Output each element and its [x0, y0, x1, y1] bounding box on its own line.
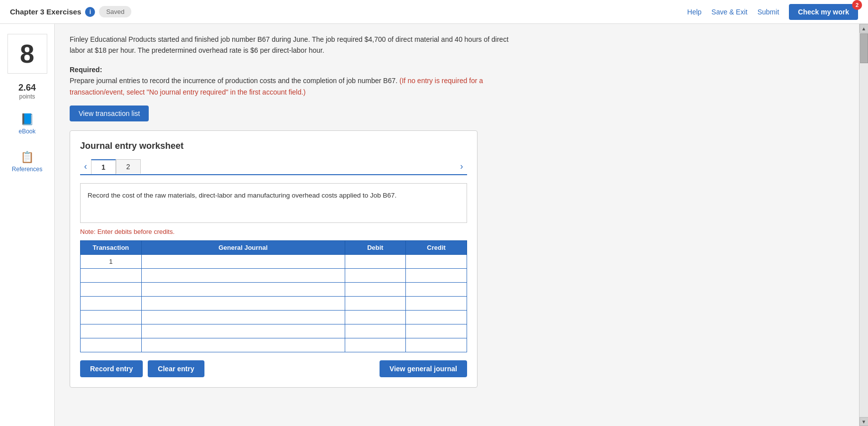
debit-cell[interactable]	[345, 338, 406, 352]
note-text: Note: Enter debits before credits.	[80, 228, 467, 235]
debit-cell[interactable]	[345, 310, 406, 324]
transaction-cell	[81, 338, 142, 352]
clear-entry-button[interactable]: Clear entry	[148, 360, 204, 377]
journal-cell[interactable]	[141, 324, 345, 338]
instruction-box: Record the cost of the raw materials, di…	[80, 183, 467, 223]
credit-input[interactable]	[406, 255, 467, 268]
save-exit-link[interactable]: Save & Exit	[711, 8, 747, 16]
points-value: 2.64	[18, 83, 36, 93]
journal-cell[interactable]	[141, 254, 345, 268]
journal-input[interactable]	[142, 269, 345, 282]
tab-row: ‹ 1 2 ›	[80, 159, 467, 175]
scroll-thumb[interactable]	[860, 33, 868, 63]
journal-input[interactable]	[142, 283, 345, 296]
debit-cell[interactable]	[345, 282, 406, 296]
page-title: Chapter 3 Exercises	[10, 7, 81, 16]
debit-input[interactable]	[345, 283, 406, 296]
scroll-down-arrow[interactable]: ▼	[860, 417, 868, 426]
problem-number: 8	[20, 39, 34, 69]
journal-input[interactable]	[142, 324, 345, 338]
credit-input[interactable]	[406, 324, 467, 338]
submit-link[interactable]: Submit	[758, 8, 779, 16]
credit-cell[interactable]	[406, 282, 467, 296]
tab-prev-button[interactable]: ‹	[80, 159, 91, 174]
tab-next-button[interactable]: ›	[456, 159, 467, 174]
journal-cell[interactable]	[141, 282, 345, 296]
transaction-cell	[81, 296, 142, 310]
debit-cell[interactable]	[345, 296, 406, 310]
debit-input[interactable]	[345, 338, 406, 352]
journal-input[interactable]	[142, 255, 345, 268]
record-entry-button[interactable]: Record entry	[80, 360, 143, 377]
col-general-journal: General Journal	[141, 240, 345, 254]
credit-input[interactable]	[406, 338, 467, 352]
ebook-button[interactable]: 📘 eBook	[13, 110, 40, 138]
debit-cell[interactable]	[345, 268, 406, 282]
journal-cell[interactable]	[141, 268, 345, 282]
scroll-track	[860, 33, 868, 417]
view-journal-button[interactable]: View general journal	[380, 360, 467, 377]
debit-input[interactable]	[345, 269, 406, 282]
table-row	[81, 338, 467, 352]
journal-table: Transaction General Journal Debit Credit…	[80, 240, 467, 352]
table-row	[81, 324, 467, 338]
scrollbar: ▲ ▼	[859, 24, 868, 426]
credit-cell[interactable]	[406, 296, 467, 310]
check-work-button[interactable]: Check my work	[789, 4, 858, 20]
col-transaction: Transaction	[81, 240, 142, 254]
col-debit: Debit	[345, 240, 406, 254]
debit-input[interactable]	[345, 255, 406, 268]
transaction-cell: 1	[81, 254, 142, 268]
problem-number-box: 8	[7, 34, 47, 74]
debit-input[interactable]	[345, 311, 406, 324]
credit-input[interactable]	[406, 297, 467, 310]
tab-1[interactable]: 1	[91, 159, 116, 174]
credit-input[interactable]	[406, 283, 467, 296]
col-credit: Credit	[406, 240, 467, 254]
debit-input[interactable]	[345, 297, 406, 310]
info-icon[interactable]: i	[85, 7, 95, 17]
transaction-cell	[81, 282, 142, 296]
ebook-label: eBook	[18, 128, 35, 135]
view-transaction-button[interactable]: View transaction list	[70, 106, 149, 121]
debit-cell[interactable]	[345, 254, 406, 268]
required-label: Required:	[70, 66, 102, 74]
journal-cell[interactable]	[141, 296, 345, 310]
journal-input[interactable]	[142, 297, 345, 310]
points-text: points	[18, 93, 36, 100]
journal-cell[interactable]	[141, 310, 345, 324]
references-label: References	[12, 166, 42, 173]
references-icon: 📋	[20, 151, 34, 164]
credit-input[interactable]	[406, 269, 467, 282]
required-section: Required: Prepare journal entries to rec…	[70, 64, 517, 98]
journal-cell[interactable]	[141, 338, 345, 352]
references-button[interactable]: 📋 References	[7, 148, 47, 176]
credit-cell[interactable]	[406, 254, 467, 268]
debit-cell[interactable]	[345, 324, 406, 338]
transaction-cell	[81, 310, 142, 324]
credit-cell[interactable]	[406, 310, 467, 324]
transaction-cell	[81, 268, 142, 282]
problem-description: Finley Educational Products started and …	[70, 35, 508, 54]
check-work-badge: 2	[852, 0, 862, 10]
credit-cell[interactable]	[406, 324, 467, 338]
content-area: Finley Educational Products started and …	[55, 24, 859, 426]
sidebar: 8 2.64 points 📘 eBook 📋 References	[0, 24, 55, 426]
main-layout: 8 2.64 points 📘 eBook 📋 References Finle…	[0, 24, 868, 426]
worksheet-container: Journal entry worksheet ‹ 1 2 › Record t…	[70, 130, 478, 388]
journal-input[interactable]	[142, 311, 345, 324]
table-row	[81, 310, 467, 324]
scroll-up-arrow[interactable]: ▲	[860, 24, 868, 33]
table-row	[81, 296, 467, 310]
debit-input[interactable]	[345, 324, 406, 338]
journal-input[interactable]	[142, 338, 345, 352]
points-label: 2.64 points	[18, 83, 36, 100]
table-row	[81, 268, 467, 282]
table-row	[81, 282, 467, 296]
help-link[interactable]: Help	[687, 8, 702, 16]
credit-cell[interactable]	[406, 268, 467, 282]
tab-2[interactable]: 2	[116, 159, 141, 174]
top-nav: Chapter 3 Exercises i Saved Help Save & …	[0, 0, 868, 24]
credit-input[interactable]	[406, 311, 467, 324]
credit-cell[interactable]	[406, 338, 467, 352]
